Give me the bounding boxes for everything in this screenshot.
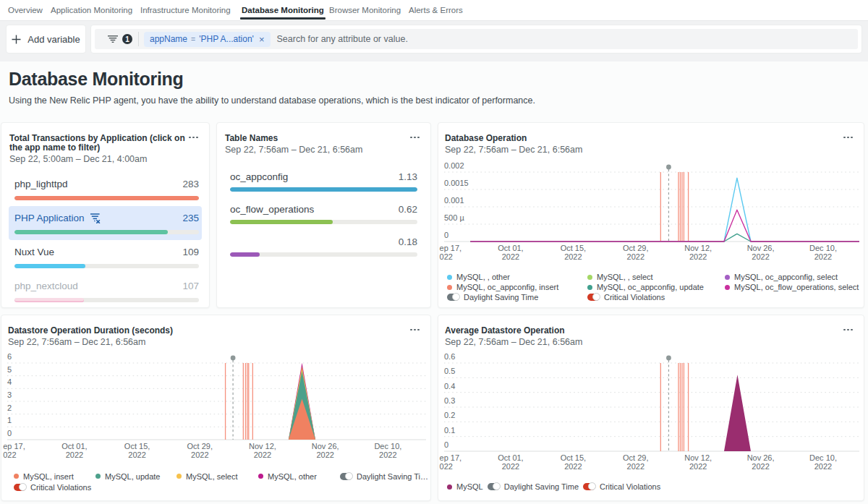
- series-line-mysql-other: [470, 178, 859, 242]
- nav-tab-database-monitoring[interactable]: Database Monitoring: [242, 0, 324, 20]
- legend-label: MySQL: [456, 482, 483, 491]
- legend-label: Daylight Saving Time: [504, 482, 579, 491]
- y-tick-label: 0: [7, 429, 12, 437]
- legend-item-mysql-insert[interactable]: MySQL, insert: [14, 471, 95, 482]
- legend-toggle-critical-violations[interactable]: Critical Violations: [14, 482, 95, 492]
- card-time-range: Sep 22, 7:56am – Dec 21, 6:56am: [445, 145, 845, 155]
- critical-violations-toggle-icon[interactable]: [14, 484, 26, 491]
- card-title: Average Datastore Operation: [445, 326, 845, 336]
- x-tick-label: Oct 29,: [623, 244, 648, 252]
- legend-item-mysql-oc-appconfig-insert[interactable]: MySQL, oc_appconfig, insert: [447, 282, 587, 292]
- card-time-range: Sep 22, 5:00am – Dec 21, 4:00am: [9, 154, 190, 165]
- row-bar: [14, 264, 199, 268]
- nav-tab-browser-monitoring[interactable]: Browser Monitoring: [329, 0, 401, 20]
- daylight-saving-toggle-icon[interactable]: [488, 483, 500, 490]
- legend-label: MySQL, update: [105, 472, 160, 481]
- page-subtitle: Using the New Relic PHP agent, you have …: [9, 95, 859, 106]
- legend-toggle-daylight-saving-time[interactable]: Daylight Saving Time: [340, 471, 430, 482]
- x-tick-label: 2022: [502, 462, 519, 471]
- bar-row-oc-flow-operations[interactable]: oc_flow_operations0.62: [224, 197, 423, 230]
- card-table-names: Table Names Sep 22, 7:56am – Dec 21, 6:5…: [216, 122, 431, 308]
- legend-label: MySQL, other: [268, 472, 317, 481]
- legend-item-mysql-oc-appconfig-update[interactable]: MySQL, oc_appconfig, update: [587, 282, 725, 292]
- row-bar: [14, 230, 199, 234]
- legend-toggle-daylight-saving-time[interactable]: Daylight Saving Time: [488, 482, 579, 492]
- card-options-icon[interactable]: [410, 134, 420, 141]
- legend-dot: [725, 275, 730, 280]
- bar-row-oc-appconfig[interactable]: oc_appconfig1.13: [224, 165, 423, 197]
- daylight-saving-toggle-icon[interactable]: [340, 473, 352, 480]
- y-tick-label: 1: [7, 416, 12, 424]
- page-title: Database Monitoring: [9, 69, 859, 89]
- nav-tab-overview[interactable]: Overview: [8, 0, 43, 20]
- x-tick-label: 022: [440, 252, 453, 261]
- critical-violations-toggle-icon[interactable]: [587, 294, 600, 301]
- bar-row-nuxt-vue[interactable]: Nuxt Vue109: [9, 240, 202, 274]
- x-tick-label: 2022: [66, 450, 83, 459]
- add-variable-button[interactable]: Add variable: [6, 25, 86, 54]
- x-tick-label: Dec 10,: [374, 442, 401, 450]
- legend-item-mysql-select[interactable]: MySQL, select: [176, 471, 258, 482]
- chip-remove-icon[interactable]: ×: [259, 34, 265, 45]
- critical-violations-toggle-icon[interactable]: [583, 483, 595, 490]
- page-header: Database Monitoring Using the New Relic …: [0, 61, 868, 106]
- legend-toggle-critical-violations[interactable]: Critical Violations: [587, 292, 725, 302]
- card-time-range: Sep 22, 7:56am – Dec 21, 6:56am: [8, 337, 412, 348]
- y-tick-label: 6: [7, 352, 12, 361]
- legend-item-mysql-other[interactable]: MySQL, other: [258, 471, 340, 482]
- row-value: 1.13: [399, 171, 417, 184]
- y-tick-label: 0.002: [444, 161, 464, 170]
- x-tick-label: Nov 12,: [249, 442, 276, 450]
- filter-remove-icon[interactable]: [90, 213, 101, 223]
- bar-row-php-lighttpd[interactable]: php_lighttpd283: [9, 172, 202, 206]
- toggle-knob: [345, 472, 353, 480]
- toggle-knob: [493, 482, 501, 490]
- legend-label: MySQL, , other: [456, 273, 510, 281]
- y-tick-label: 0.4: [444, 382, 455, 390]
- average-datastore-chart: 0.60.50.40.30.20.10ep 17,022Oct 01,2022O…: [438, 352, 864, 474]
- y-tick-label: 0: [444, 231, 448, 239]
- x-tick-label: 022: [440, 462, 453, 471]
- bar-row-php-nextcloud[interactable]: php_nextcloud107: [9, 274, 202, 308]
- x-tick-label: 2022: [191, 450, 208, 459]
- daylight-saving-toggle-icon[interactable]: [447, 294, 459, 301]
- legend-dot: [447, 275, 452, 280]
- nav-tab-alerts-errors[interactable]: Alerts & Errors: [409, 0, 463, 20]
- x-tick-label: 2022: [316, 450, 333, 459]
- legend-label: Daylight Saving Time: [464, 293, 538, 302]
- filter-search-input[interactable]: 1 appName = 'PHP A...ation' × Search for…: [95, 29, 858, 49]
- nav-tab-infrastructure-monitoring[interactable]: Infrastructure Monitoring: [140, 0, 231, 20]
- legend-item-mysql-update[interactable]: MySQL, update: [95, 471, 176, 482]
- legend-item-mysql-oc-flow-operations-select[interactable]: MySQL, oc_flow_operations, select: [725, 282, 861, 292]
- bar-row[interactable]: 0.18: [224, 230, 423, 262]
- x-tick-label: Nov 26,: [747, 453, 775, 462]
- x-tick-label: 022: [3, 450, 16, 459]
- add-variable-label: Add variable: [27, 34, 80, 45]
- legend-dot: [258, 474, 263, 479]
- card-options-icon[interactable]: [189, 134, 198, 141]
- legend-item-mysql-select[interactable]: MySQL, , select: [587, 272, 725, 282]
- row-label: php_nextcloud: [14, 280, 78, 293]
- y-tick-label: 500 µ: [444, 213, 464, 222]
- bar-row-php-application[interactable]: PHP Application235: [9, 206, 202, 240]
- legend-toggle-critical-violations[interactable]: Critical Violations: [583, 482, 660, 492]
- filter-chip[interactable]: appName = 'PHP A...ation' ×: [144, 32, 271, 47]
- x-tick-label: 2022: [564, 462, 582, 471]
- card-options-icon[interactable]: [843, 326, 853, 333]
- x-tick-label: 2022: [689, 462, 707, 471]
- divider: [138, 32, 139, 46]
- x-tick-label: Nov 12,: [684, 453, 712, 462]
- nav-tab-application-monitoring[interactable]: Application Monitoring: [51, 0, 132, 20]
- legend-label: Daylight Saving Time: [357, 472, 430, 481]
- x-tick-label: 2022: [627, 252, 644, 261]
- legend-item-mysql-other[interactable]: MySQL, , other: [447, 272, 587, 282]
- legend-item-mysql[interactable]: MySQL: [447, 482, 483, 492]
- x-tick-label: 2022: [814, 252, 832, 261]
- card-options-icon[interactable]: [843, 134, 853, 141]
- card-total-transactions: Total Transactions by Application (click…: [1, 122, 210, 308]
- card-options-icon[interactable]: [410, 326, 420, 333]
- x-tick-label: Oct 15,: [561, 244, 586, 252]
- legend-toggle-daylight-saving-time[interactable]: Daylight Saving Time: [447, 292, 587, 302]
- card-title: Total Transactions by Application (click…: [9, 134, 190, 153]
- legend-item-mysql-oc-appconfig-select[interactable]: MySQL, oc_appconfig, select: [725, 272, 861, 282]
